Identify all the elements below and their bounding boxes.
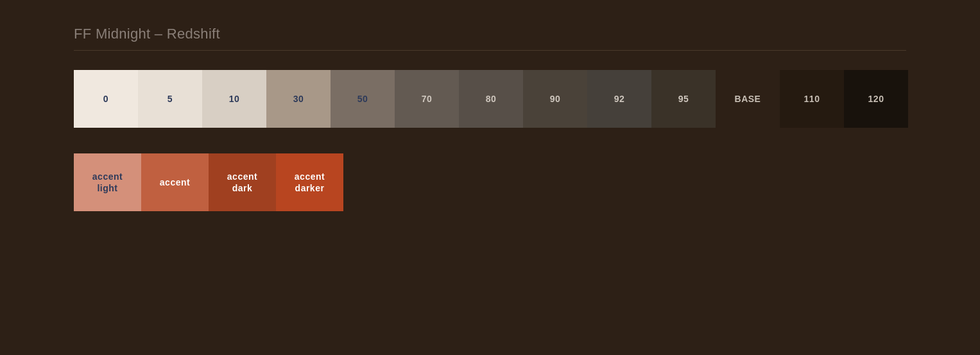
title-divider <box>74 50 906 51</box>
gray-swatch-30: 30 <box>266 70 331 128</box>
swatch-label: 80 <box>486 93 497 105</box>
swatch-label: accent <box>160 177 190 188</box>
gray-swatch-0: 0 <box>74 70 138 128</box>
accent-palette-row: accent lightaccentaccent darkaccent dark… <box>74 153 343 211</box>
gray-swatch-90: 90 <box>523 70 587 128</box>
swatch-label: accent dark <box>227 171 257 194</box>
gray-swatch-5: 5 <box>138 70 202 128</box>
title-section: FF Midnight – Redshift <box>74 26 906 51</box>
gray-swatch-80: 80 <box>459 70 523 128</box>
swatch-label: BASE <box>735 93 761 105</box>
accent-swatch-accent-dark: accent dark <box>209 153 276 211</box>
page-title: FF Midnight – Redshift <box>74 26 906 42</box>
gray-swatch-50: 50 <box>331 70 395 128</box>
swatch-label: 0 <box>103 93 108 105</box>
swatch-label: 120 <box>868 93 884 105</box>
swatch-label: 110 <box>804 93 820 105</box>
swatch-label: 70 <box>422 93 433 105</box>
gray-swatch-92: 92 <box>587 70 651 128</box>
accent-swatch-accent-light: accent light <box>74 153 141 211</box>
swatch-label: 5 <box>168 93 173 105</box>
swatch-label: 30 <box>293 93 304 105</box>
gray-swatch-120: 120 <box>844 70 908 128</box>
swatch-label: 10 <box>229 93 240 105</box>
accent-swatch-accent-darker: accent darker <box>276 153 343 211</box>
gray-swatch-10: 10 <box>202 70 266 128</box>
gray-swatch-base: BASE <box>716 70 780 128</box>
main-container: FF Midnight – Redshift 05103050708090929… <box>0 26 980 237</box>
gray-palette-row: 051030507080909295BASE110120 <box>74 70 906 128</box>
gray-swatch-110: 110 <box>780 70 844 128</box>
swatch-label: 95 <box>678 93 689 105</box>
swatch-label: 92 <box>614 93 625 105</box>
swatch-label: 90 <box>550 93 561 105</box>
swatch-label: 50 <box>357 93 368 105</box>
accent-swatch-accent: accent <box>141 153 209 211</box>
swatch-label: accent darker <box>295 171 325 194</box>
gray-swatch-95: 95 <box>651 70 716 128</box>
gray-swatch-70: 70 <box>395 70 459 128</box>
swatch-label: accent light <box>92 171 123 194</box>
